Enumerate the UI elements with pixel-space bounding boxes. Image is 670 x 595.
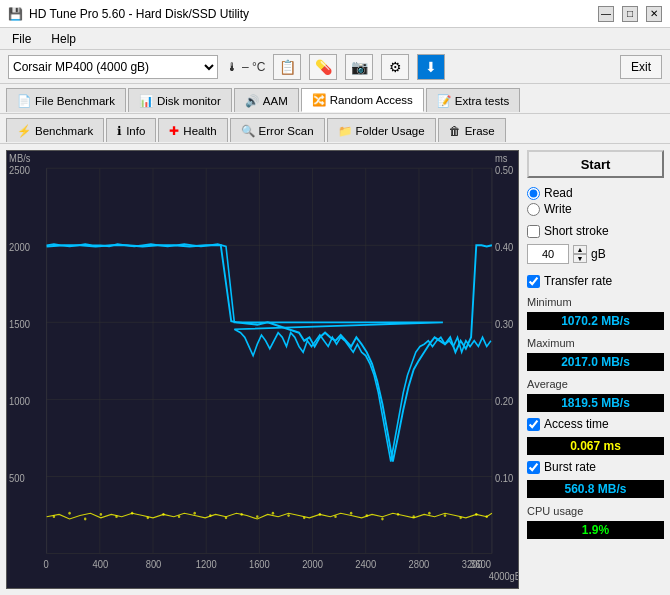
tab-file-benchmark[interactable]: 📄 File Benchmark bbox=[6, 88, 126, 112]
read-radio[interactable] bbox=[527, 187, 540, 200]
transfer-rate-checkbox[interactable] bbox=[527, 275, 540, 288]
app-icon: 💾 bbox=[8, 7, 23, 21]
folder-usage-icon: 📁 bbox=[338, 124, 352, 138]
window-title: HD Tune Pro 5.60 - Hard Disk/SSD Utility bbox=[29, 7, 249, 21]
tab-erase[interactable]: 🗑 Erase bbox=[438, 118, 506, 142]
menu-help[interactable]: Help bbox=[47, 32, 80, 46]
svg-text:3600: 3600 bbox=[470, 559, 491, 571]
svg-point-61 bbox=[381, 518, 384, 521]
menu-file[interactable]: File bbox=[8, 32, 35, 46]
health-button[interactable]: 💊 bbox=[309, 54, 337, 80]
svg-point-43 bbox=[100, 513, 103, 516]
main-content: 2500 2000 1500 1000 500 MB/s 0.50 0.40 0… bbox=[0, 144, 670, 595]
access-time-value: 0.067 ms bbox=[527, 437, 664, 455]
svg-text:ms: ms bbox=[495, 153, 508, 165]
exit-button[interactable]: Exit bbox=[620, 55, 662, 79]
tab-disk-monitor[interactable]: 📊 Disk monitor bbox=[128, 88, 232, 112]
tab-file-benchmark-label: File Benchmark bbox=[35, 95, 115, 107]
close-button[interactable]: ✕ bbox=[646, 6, 662, 22]
right-panel: Start Read Write Short stroke 40 ▲ ▼ gB bbox=[525, 144, 670, 595]
extra-tests-icon: 📝 bbox=[437, 94, 451, 108]
write-radio[interactable] bbox=[527, 203, 540, 216]
titlebar: 💾 HD Tune Pro 5.60 - Hard Disk/SSD Utili… bbox=[0, 0, 670, 28]
maximize-button[interactable]: □ bbox=[622, 6, 638, 22]
svg-point-48 bbox=[178, 515, 181, 518]
svg-point-54 bbox=[272, 512, 275, 515]
stroke-down-button[interactable]: ▼ bbox=[573, 254, 587, 263]
svg-point-63 bbox=[412, 515, 415, 518]
tab-info-label: Info bbox=[126, 125, 145, 137]
chart-area: 2500 2000 1500 1000 500 MB/s 0.50 0.40 0… bbox=[6, 150, 519, 589]
short-stroke-text: Short stroke bbox=[544, 224, 609, 238]
svg-text:1500: 1500 bbox=[9, 319, 30, 331]
svg-point-45 bbox=[131, 512, 134, 515]
svg-point-62 bbox=[397, 513, 400, 516]
short-stroke-checkbox[interactable] bbox=[527, 225, 540, 238]
disk-selector[interactable]: Corsair MP400 (4000 gB) bbox=[8, 55, 218, 79]
svg-point-66 bbox=[459, 516, 462, 519]
tab-aam[interactable]: 🔊 AAM bbox=[234, 88, 299, 112]
average-value: 1819.5 MB/s bbox=[527, 394, 664, 412]
tab-extra-tests[interactable]: 📝 Extra tests bbox=[426, 88, 520, 112]
tab-disk-monitor-label: Disk monitor bbox=[157, 95, 221, 107]
maximum-value: 2017.0 MB/s bbox=[527, 353, 664, 371]
stroke-row: 40 ▲ ▼ gB bbox=[527, 244, 664, 264]
burst-rate-checkbox[interactable] bbox=[527, 461, 540, 474]
minimize-button[interactable]: — bbox=[598, 6, 614, 22]
svg-point-58 bbox=[334, 515, 337, 518]
tab-folder-usage[interactable]: 📁 Folder Usage bbox=[327, 118, 436, 142]
svg-text:0.50: 0.50 bbox=[495, 165, 514, 177]
svg-point-67 bbox=[475, 513, 478, 516]
benchmark-icon: ⚡ bbox=[17, 124, 31, 138]
svg-point-46 bbox=[147, 516, 150, 519]
burst-rate-label[interactable]: Burst rate bbox=[527, 460, 664, 474]
write-radio-label[interactable]: Write bbox=[527, 202, 664, 216]
camera-button[interactable]: 📷 bbox=[345, 54, 373, 80]
tab-benchmark[interactable]: ⚡ Benchmark bbox=[6, 118, 104, 142]
svg-point-64 bbox=[428, 512, 431, 515]
svg-point-47 bbox=[162, 513, 165, 516]
random-access-icon: 🔀 bbox=[312, 93, 326, 107]
tab-error-scan[interactable]: 🔍 Error Scan bbox=[230, 118, 325, 142]
svg-text:1200: 1200 bbox=[196, 559, 217, 571]
svg-text:0.20: 0.20 bbox=[495, 396, 514, 408]
access-time-label[interactable]: Access time bbox=[527, 417, 664, 431]
tab-info[interactable]: ℹ Info bbox=[106, 118, 156, 142]
tab-health[interactable]: ✚ Health bbox=[158, 118, 227, 142]
read-radio-label[interactable]: Read bbox=[527, 186, 664, 200]
svg-point-59 bbox=[350, 512, 353, 515]
svg-point-55 bbox=[287, 514, 290, 517]
short-stroke-label[interactable]: Short stroke bbox=[527, 224, 664, 238]
tab-random-access[interactable]: 🔀 Random Access bbox=[301, 88, 424, 112]
info-button[interactable]: 📋 bbox=[273, 54, 301, 80]
access-time-checkbox[interactable] bbox=[527, 418, 540, 431]
svg-text:400: 400 bbox=[93, 559, 109, 571]
stroke-up-button[interactable]: ▲ bbox=[573, 245, 587, 254]
svg-point-41 bbox=[68, 512, 71, 515]
minimum-value: 1070.2 MB/s bbox=[527, 312, 664, 330]
svg-point-44 bbox=[115, 515, 118, 518]
download-button[interactable]: ⬇ bbox=[417, 54, 445, 80]
stroke-unit: gB bbox=[591, 247, 606, 261]
svg-text:MB/s: MB/s bbox=[9, 153, 30, 165]
svg-text:0: 0 bbox=[44, 559, 50, 571]
thermometer-icon: 🌡 bbox=[226, 60, 238, 74]
settings-button[interactable]: ⚙ bbox=[381, 54, 409, 80]
svg-point-53 bbox=[256, 515, 259, 518]
svg-text:2500: 2500 bbox=[9, 165, 30, 177]
svg-point-50 bbox=[209, 514, 212, 517]
transfer-rate-label[interactable]: Transfer rate bbox=[527, 274, 664, 288]
stroke-value-input[interactable]: 40 bbox=[527, 244, 569, 264]
svg-text:0.10: 0.10 bbox=[495, 473, 514, 485]
svg-text:800: 800 bbox=[146, 559, 162, 571]
file-benchmark-icon: 📄 bbox=[17, 94, 31, 108]
svg-text:2800: 2800 bbox=[409, 559, 430, 571]
cpu-usage-label: CPU usage bbox=[527, 505, 664, 517]
svg-text:2000: 2000 bbox=[302, 559, 323, 571]
svg-point-68 bbox=[485, 515, 488, 518]
svg-text:0.30: 0.30 bbox=[495, 319, 514, 331]
start-button[interactable]: Start bbox=[527, 150, 664, 178]
tabs-row1: 📄 File Benchmark 📊 Disk monitor 🔊 AAM 🔀 … bbox=[0, 84, 670, 114]
tab-aam-label: AAM bbox=[263, 95, 288, 107]
svg-point-65 bbox=[444, 514, 447, 517]
